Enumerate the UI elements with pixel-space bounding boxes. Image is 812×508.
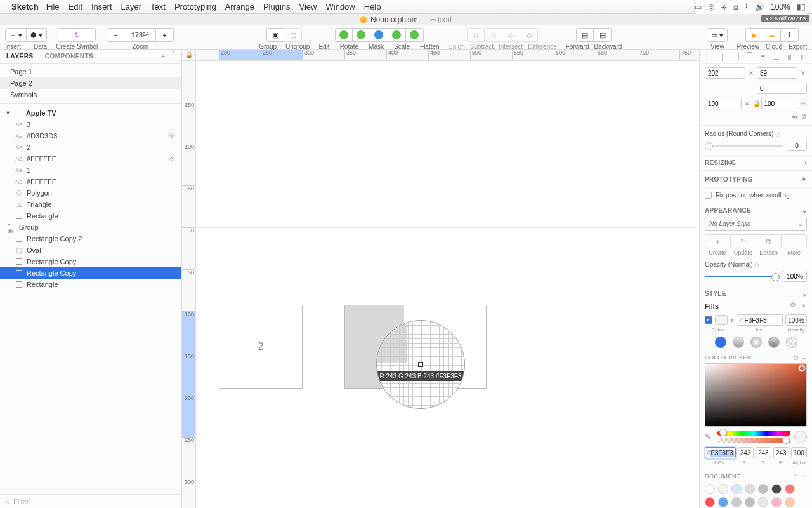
layer-row[interactable]: ◯Oval: [0, 244, 181, 256]
add-swatch-icon[interactable]: ＋: [784, 472, 790, 480]
distribute-h-icon[interactable]: ⫼: [785, 53, 794, 60]
mask-button[interactable]: [370, 28, 388, 42]
color-swatch[interactable]: [745, 484, 755, 494]
volume-icon[interactable]: 🔊: [755, 3, 764, 11]
color-swatch[interactable]: [758, 497, 768, 507]
hex-input[interactable]: #F3F3F3: [705, 447, 736, 458]
menu-view[interactable]: View: [299, 2, 317, 11]
align-top-icon[interactable]: ▔: [745, 52, 754, 60]
g-input[interactable]: 243: [756, 447, 771, 458]
style-update-button[interactable]: ↻: [731, 234, 756, 248]
horizontal-ruler[interactable]: 200250300350400450500550600650700750: [196, 50, 699, 61]
add-fill-icon[interactable]: ＋: [800, 301, 807, 311]
zoom-in-button[interactable]: +: [156, 28, 174, 42]
tab-layers[interactable]: LAYERS: [6, 53, 34, 60]
color-swatch[interactable]: [771, 497, 782, 507]
page-item[interactable]: Page 1: [0, 66, 181, 77]
style-detach-button[interactable]: ⧉: [756, 234, 782, 248]
opacity-input[interactable]: [783, 271, 807, 282]
menu-window[interactable]: Window: [326, 2, 355, 11]
cloud-button[interactable]: ☁: [763, 28, 781, 42]
layer-row[interactable]: Rectangle Copy 2: [0, 233, 181, 244]
fill-swatch[interactable]: [715, 315, 728, 325]
intersect-button[interactable]: ◇: [502, 28, 520, 42]
preview-button[interactable]: ▶: [745, 28, 763, 42]
ruler-corner[interactable]: 🔒: [182, 50, 196, 61]
layer-row[interactable]: ▸ ▣Group: [0, 222, 181, 233]
color-swatch[interactable]: [758, 484, 768, 494]
x-input[interactable]: [705, 67, 745, 79]
color-swatch[interactable]: [771, 484, 782, 494]
data-button[interactable]: ⬢ ▾: [27, 28, 47, 42]
battery-icon[interactable]: ▮▯: [797, 3, 806, 11]
menu-help[interactable]: Help: [364, 2, 381, 11]
b-input[interactable]: 243: [773, 447, 789, 458]
zoom-value[interactable]: 173%: [124, 28, 156, 42]
hue-slider[interactable]: [717, 431, 790, 436]
layer-row[interactable]: ⬠Polygon: [0, 187, 181, 199]
color-swatch[interactable]: [718, 484, 728, 494]
zoom-out-button[interactable]: −: [107, 28, 124, 42]
canvas[interactable]: 🔒 200250300350400450500550600650700750 -…: [182, 50, 699, 508]
add-icon[interactable]: ＋: [801, 175, 807, 184]
rotate-button[interactable]: [353, 28, 370, 42]
layer-row[interactable]: Rectangle Copy: [0, 267, 181, 279]
layer-style-select[interactable]: No Layer Style⌄: [705, 217, 807, 231]
group-button[interactable]: ▣: [266, 28, 284, 42]
align-right-icon[interactable]: ▕: [731, 52, 740, 60]
dropbox-icon[interactable]: ⧈: [733, 3, 738, 11]
insert-button[interactable]: ＋ ▾: [5, 28, 27, 42]
menu-text[interactable]: Text: [150, 2, 166, 11]
scale-button[interactable]: [388, 28, 406, 42]
layer-row[interactable]: Aa1: [0, 164, 181, 176]
picker-mode-icon[interactable]: ⌄: [802, 354, 808, 361]
collapse-pages-icon[interactable]: ˄: [171, 51, 176, 62]
alpha-input[interactable]: 100: [791, 447, 807, 458]
layer-row[interactable]: Rectangle Copy: [0, 256, 181, 267]
menu-insert[interactable]: Insert: [91, 2, 112, 11]
flip-h-icon[interactable]: ⇋: [792, 113, 797, 121]
add-page-icon[interactable]: ＋: [159, 51, 167, 62]
menu-plugins[interactable]: Plugins: [263, 2, 291, 11]
fix-position-checkbox[interactable]: [705, 192, 712, 199]
color-swatch[interactable]: [718, 497, 728, 507]
picker-history-icon[interactable]: ◷: [794, 354, 799, 361]
page-item[interactable]: Page 2: [0, 77, 181, 89]
app-name[interactable]: Sketch: [11, 2, 39, 11]
layer-row[interactable]: Aa3: [0, 119, 181, 130]
forward-button[interactable]: ▤: [576, 28, 594, 42]
eyedropper-icon[interactable]: ✎: [705, 432, 714, 441]
style-more-button[interactable]: ⋯: [782, 234, 807, 248]
height-input[interactable]: [761, 98, 798, 109]
distribute-v-icon[interactable]: ⫿: [798, 53, 807, 60]
flatten-button[interactable]: [406, 28, 424, 42]
ungroup-button[interactable]: ▢: [284, 28, 302, 42]
color-loupe[interactable]: R:243 G:243 B:243 #F3F3F3: [376, 320, 465, 409]
menu-edit[interactable]: Edit: [69, 2, 82, 11]
opacity-slider[interactable]: [705, 276, 779, 277]
create-symbol-button[interactable]: ↻: [58, 28, 96, 42]
vertical-ruler[interactable]: -150-100-50050100150200250300: [182, 61, 196, 508]
edit-button[interactable]: [335, 28, 353, 42]
artboard-row[interactable]: ▼Apple TV: [0, 107, 181, 119]
menu-layer[interactable]: Layer: [121, 2, 142, 11]
align-hcenter-icon[interactable]: ┼: [718, 53, 727, 60]
style-create-button[interactable]: ＋: [705, 234, 731, 248]
fill-type-linear[interactable]: [733, 337, 744, 348]
lock-aspect-icon[interactable]: 🔒: [753, 100, 759, 107]
layer-row[interactable]: Aa#FFFFFF👁: [0, 153, 181, 164]
menu-arrange[interactable]: Arrange: [225, 2, 254, 11]
color-swatch[interactable]: [705, 497, 715, 507]
color-swatch[interactable]: [731, 484, 742, 494]
fill-type-radial[interactable]: [750, 337, 762, 348]
chevron-down-icon[interactable]: ⌄: [802, 290, 807, 297]
canvas-rect-1[interactable]: 2: [219, 305, 303, 389]
color-swatch[interactable]: [705, 484, 715, 494]
layer-row[interactable]: △Triangle: [0, 199, 181, 210]
swatch-list-icon[interactable]: ≡: [794, 472, 798, 480]
wifi-icon[interactable]: ⌇: [745, 3, 749, 11]
notifications-badge[interactable]: 2 Notifications: [761, 15, 809, 22]
page-item[interactable]: Symbols: [0, 89, 181, 100]
tab-components[interactable]: COMPONENTS: [45, 53, 94, 60]
fill-type-solid[interactable]: [715, 337, 726, 348]
